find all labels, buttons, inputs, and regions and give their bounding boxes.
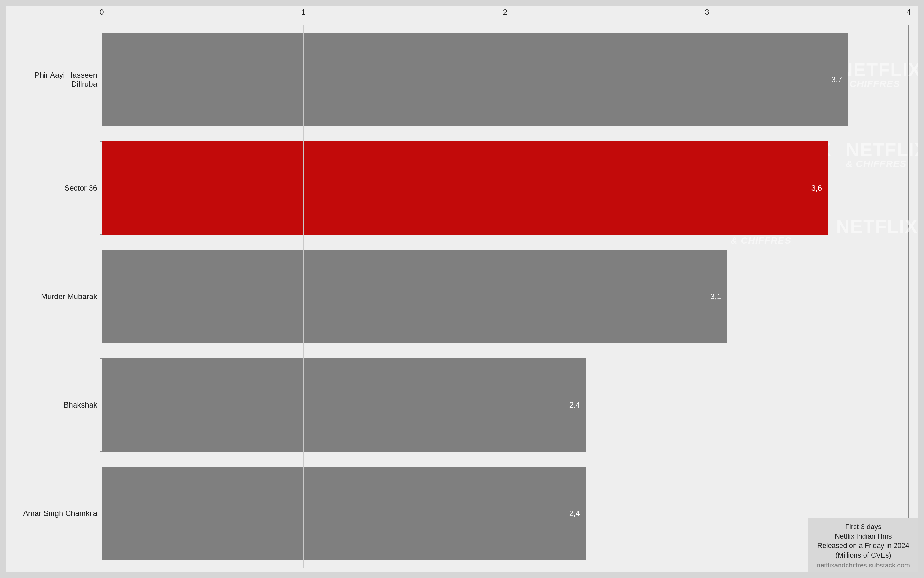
caption-line: Netflix Indian films	[817, 532, 910, 541]
category-label: Murder Mubarak	[9, 292, 102, 301]
x-tick: 3	[705, 6, 709, 25]
category-label: Bhakshak	[9, 401, 102, 409]
bar: 3,7	[102, 33, 848, 127]
bar-value-label: 3,6	[811, 183, 822, 193]
caption-line: First 3 days	[817, 522, 910, 532]
x-tick: 4	[906, 6, 911, 25]
category-label: Phir Aayi Hasseen Dillruba	[9, 71, 102, 89]
category-label: Sector 36	[9, 183, 102, 193]
gridline	[303, 25, 304, 568]
x-tick: 0	[99, 6, 104, 25]
x-tick: 2	[503, 6, 507, 25]
bar-value-label: 3,7	[831, 75, 842, 84]
bar-value-label: 2,4	[569, 509, 580, 518]
plot-area: NETFLIX & CHIFFRES NETFLIX & CHIFFRES NE…	[102, 25, 909, 568]
bar-value-label: 2,4	[569, 401, 580, 409]
gridline	[707, 25, 707, 568]
category-label: Amar Singh Chamkila	[9, 509, 102, 518]
chart-frame: 01234 NETFLIX & CHIFFRES NETFLIX & CHIFF…	[6, 6, 918, 572]
bar: 2,4	[102, 467, 586, 560]
caption-line: Released on a Friday in 2024	[817, 541, 910, 550]
x-tick: 1	[301, 6, 306, 25]
x-tick-label: 3	[705, 6, 709, 17]
bar: 3,1	[102, 250, 727, 343]
caption-line: (Millions of CVEs)	[817, 550, 910, 560]
caption-credit: netflixandchiffres.substack.com	[817, 561, 910, 570]
x-tick-label: 0	[99, 6, 104, 17]
caption-box: First 3 days Netflix Indian films Releas…	[808, 518, 918, 572]
x-axis: 01234	[102, 6, 909, 25]
bar-highlight: 3,6	[102, 141, 828, 235]
bar-value-label: 3,1	[711, 292, 721, 301]
x-tick-label: 1	[301, 6, 306, 17]
bar: 2,4	[102, 358, 586, 451]
x-tick-label: 2	[503, 6, 507, 17]
x-tick-label: 4	[906, 6, 911, 17]
chart: 01234 NETFLIX & CHIFFRES NETFLIX & CHIFF…	[6, 6, 918, 572]
